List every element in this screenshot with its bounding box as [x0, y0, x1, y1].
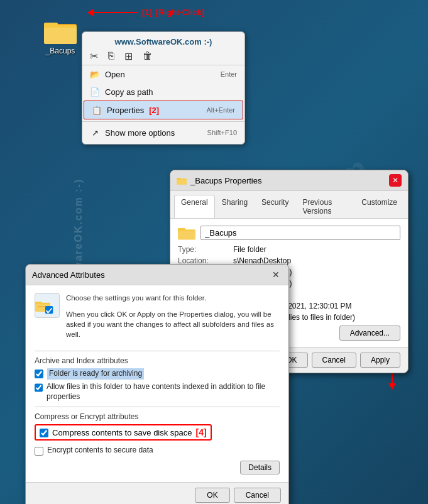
properties-label: Properties — [107, 106, 144, 115]
advanced-header-area: Choose the settings you want for this fo… — [35, 293, 280, 346]
details-button[interactable]: Details — [240, 461, 280, 474]
more-options-shortcut: Shift+F10 — [207, 129, 237, 136]
open-shortcut: Enter — [221, 70, 237, 78]
compress-section-label: Compress or Encrypt attributes — [35, 412, 280, 421]
properties-bracket: [2] — [149, 106, 159, 115]
properties-tabs: General Sharing Security Previous Versio… — [170, 191, 408, 219]
svg-rect-6 — [177, 179, 187, 184]
advanced-titlebar: Advanced Attributes ✕ — [26, 265, 288, 285]
properties-cancel-button[interactable]: Cancel — [312, 353, 356, 368]
tab-general[interactable]: General — [174, 195, 215, 218]
more-options-label: Show more options — [105, 128, 175, 138]
compress-separator — [35, 407, 280, 407]
advanced-body: Choose the settings you want for this fo… — [26, 285, 288, 482]
archive-checkbox-2[interactable] — [35, 383, 43, 392]
folder-icon — [44, 18, 77, 44]
archive-label-2: Allow files in this folder to have conte… — [47, 382, 280, 402]
advanced-desc-1: Choose the settings you want for this fo… — [66, 293, 280, 303]
context-menu-icon-row: ✂ ⎘ ⊞ 🗑 — [82, 48, 244, 65]
archive-checkbox-1-row: Folder is ready for archiving — [35, 368, 280, 380]
context-menu-item-copy-path[interactable]: 📄 Copy as path — [82, 83, 244, 101]
right-click-annotation: [1] [Right-Click] — [88, 8, 204, 17]
compress-checkbox-1[interactable] — [40, 429, 48, 437]
context-menu-item-properties[interactable]: 📋 Properties [2] Alt+Enter — [84, 101, 243, 119]
advanced-close-button[interactable]: ✕ — [270, 268, 282, 281]
advanced-attributes-dialog: Advanced Attributes ✕ Choose the setting… — [25, 264, 289, 504]
prop-folder-icon — [178, 225, 195, 240]
paste-icon[interactable]: ⊞ — [124, 50, 133, 62]
copy-icon[interactable]: ⎘ — [108, 50, 114, 62]
advanced-description: Choose the settings you want for this fo… — [66, 293, 280, 346]
properties-icon: 📋 — [92, 105, 102, 115]
compress-bracket-4: [4] — [196, 427, 207, 437]
cut-icon[interactable]: ✂ — [90, 50, 98, 62]
properties-title-text: _Bacups Properties — [190, 176, 261, 185]
desktop-folder[interactable]: _Bacups — [44, 18, 77, 55]
advanced-icon-box — [35, 293, 60, 318]
context-menu-item-more[interactable]: ↗ Show more options Shift+F10 — [82, 124, 244, 141]
advanced-button[interactable]: Advanced... — [339, 326, 400, 341]
advanced-title-text: Advanced Attributes — [32, 270, 105, 280]
archive-checkbox-2-row: Allow files in this folder to have conte… — [35, 382, 280, 402]
svg-rect-3 — [44, 28, 77, 44]
context-menu-header: www.SoftwareOK.com :-) — [82, 35, 244, 48]
folder-label: _Bacups — [46, 47, 75, 55]
open-label: Open — [105, 70, 125, 79]
type-value: File folder — [233, 245, 266, 254]
archive-label-1: Folder is ready for archiving — [47, 368, 144, 380]
compress-label-1: Compress contents to save disk space — [52, 428, 192, 437]
annotation-1-label: [Right-Click] — [156, 8, 204, 17]
properties-titlebar: _Bacups Properties ✕ — [170, 170, 408, 191]
tab-sharing[interactable]: Sharing — [215, 195, 255, 218]
properties-apply-button[interactable]: Apply — [360, 353, 400, 368]
properties-shortcut: Alt+Enter — [206, 106, 235, 114]
svg-rect-13 — [45, 306, 53, 314]
encrypt-label: Encrypt contents to secure data — [47, 446, 153, 456]
context-menu-item-open[interactable]: 📂 Open Enter — [82, 65, 244, 83]
encrypt-checkbox-row: Encrypt contents to secure data — [35, 446, 280, 456]
properties-close-button[interactable]: ✕ — [389, 174, 402, 187]
archive-section-label: Archive and Index attributes — [35, 356, 280, 365]
encrypt-checkbox[interactable] — [35, 447, 43, 456]
checkmark-icon — [45, 306, 54, 315]
tab-previous-versions[interactable]: Previous Versions — [295, 195, 354, 218]
copy-path-icon: 📄 — [90, 87, 100, 97]
advanced-ok-button[interactable]: OK — [195, 488, 229, 503]
copy-path-label: Copy as path — [105, 87, 153, 97]
prop-type-row: Type: File folder — [178, 245, 400, 254]
type-label: Type: — [178, 245, 228, 254]
context-menu: www.SoftwareOK.com :-) ✂ ⎘ ⊞ 🗑 📂 Open En… — [82, 31, 245, 145]
tab-security[interactable]: Security — [255, 195, 295, 218]
svg-rect-9 — [178, 231, 195, 239]
advanced-desc-2: When you click OK or Apply on the Proper… — [66, 309, 280, 339]
advanced-footer: OK Cancel — [26, 482, 288, 504]
compress-checkbox-1-border: Compress contents to save disk space [4] — [35, 424, 212, 441]
archive-separator — [35, 351, 280, 351]
annotation-1-bracket: [1] — [142, 8, 152, 17]
advanced-cancel-button[interactable]: Cancel — [234, 488, 281, 503]
properties-title: _Bacups Properties — [177, 176, 261, 185]
tab-customize[interactable]: Customize — [354, 195, 404, 218]
prop-name-row — [178, 225, 400, 240]
archive-checkbox-1[interactable] — [35, 370, 43, 378]
properties-folder-icon — [177, 176, 187, 185]
more-options-icon: ↗ — [90, 128, 100, 138]
context-menu-separator — [82, 121, 244, 122]
folder-name-input[interactable] — [200, 226, 400, 240]
open-icon: 📂 — [90, 69, 100, 79]
arrow-line — [88, 12, 138, 13]
delete-icon[interactable]: 🗑 — [143, 50, 153, 62]
